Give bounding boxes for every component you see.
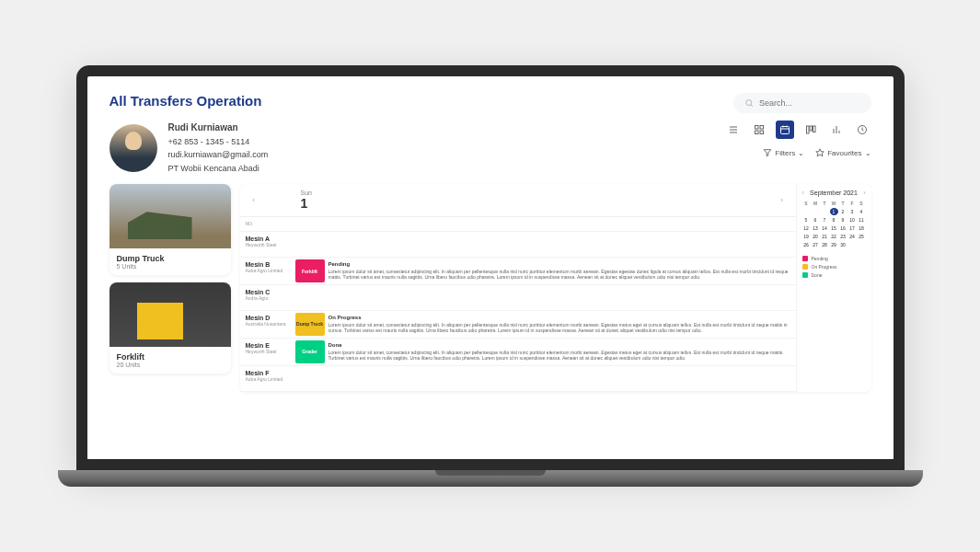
view-kanban-button[interactable] bbox=[801, 121, 820, 139]
schedule-row: Mesin E Heyworth Steel Grader Done Lorem… bbox=[240, 339, 796, 366]
filters-button[interactable]: Filters ⌄ bbox=[763, 148, 804, 157]
svg-rect-9 bbox=[780, 127, 789, 134]
calendar-day[interactable]: 15 bbox=[830, 224, 838, 232]
calendar-day[interactable]: 27 bbox=[812, 241, 820, 248]
profile-info: Rudi Kurniawan +62 853 - 1345 - 5114 rud… bbox=[168, 121, 269, 175]
calendar-day bbox=[858, 241, 866, 248]
favourites-label: Favourites bbox=[827, 149, 861, 157]
calendar-day[interactable]: 4 bbox=[858, 208, 866, 215]
calendar-day[interactable]: 16 bbox=[839, 224, 847, 232]
machine-name: Mesin D bbox=[246, 315, 290, 321]
calendar-day[interactable]: 24 bbox=[848, 233, 857, 240]
event[interactable]: Forklift Pending Lorem ipsum dolor sit a… bbox=[295, 258, 796, 284]
schedule-row: Mesin A Heyworth Steel bbox=[240, 232, 796, 258]
calendar-day[interactable]: 5 bbox=[802, 216, 811, 224]
legend-item: On Progress bbox=[802, 264, 866, 270]
calendar-day-header: S bbox=[858, 200, 866, 207]
calendar-day[interactable]: 26 bbox=[802, 241, 811, 248]
calendar-day-header: S bbox=[802, 200, 811, 207]
machine-sub: Aoba Agro Limited bbox=[246, 268, 290, 273]
filter-row: Filters ⌄ Favourites ⌄ bbox=[763, 148, 870, 157]
app: All Transfers Operation Rudi Kurniawan +… bbox=[87, 76, 894, 459]
calendar-day[interactable]: 11 bbox=[858, 216, 866, 224]
calendar-day[interactable]: 17 bbox=[848, 224, 857, 232]
calendar-day[interactable]: 9 bbox=[839, 216, 847, 224]
calendar-day[interactable]: 25 bbox=[858, 233, 866, 240]
calendar-day bbox=[802, 208, 811, 215]
mini-calendar-panel: ‹ September 2021 › SMTWTFS12345678910111… bbox=[796, 184, 871, 391]
card-subtitle: 20 Units bbox=[117, 362, 224, 368]
calendar-day[interactable]: 7 bbox=[821, 216, 829, 224]
equipment-card[interactable]: Dump Truck 5 Units bbox=[110, 184, 231, 275]
calendar-day[interactable]: 18 bbox=[858, 224, 866, 232]
laptop-frame: All Transfers Operation Rudi Kurniawan +… bbox=[76, 65, 905, 487]
calendar-day[interactable]: 6 bbox=[812, 216, 820, 224]
machine-name: Mesin E bbox=[246, 342, 290, 349]
filter-icon bbox=[763, 148, 772, 157]
calendar-icon bbox=[779, 124, 790, 135]
search-icon bbox=[744, 98, 754, 109]
calendar-day[interactable]: 21 bbox=[821, 233, 829, 240]
calendar-day[interactable]: 28 bbox=[821, 241, 829, 248]
svg-rect-8 bbox=[760, 131, 764, 134]
legend: PendingOn ProgressDone bbox=[802, 256, 866, 278]
calendar-day[interactable]: 20 bbox=[812, 233, 820, 240]
chevron-down-icon: ⌄ bbox=[865, 149, 871, 157]
calendar-day[interactable]: 22 bbox=[830, 233, 838, 240]
prev-day-button[interactable]: ‹ bbox=[248, 196, 260, 204]
calendar-day[interactable]: 8 bbox=[830, 216, 838, 224]
filters-label: Filters bbox=[775, 149, 795, 157]
profile: Rudi Kurniawan +62 853 - 1345 - 5114 rud… bbox=[110, 121, 269, 175]
schedule-header: ‹ Sun 1 › bbox=[240, 184, 796, 217]
profile-phone: +62 853 - 1345 - 5114 bbox=[168, 135, 269, 148]
legend-dot bbox=[802, 264, 808, 270]
clock-icon bbox=[857, 124, 868, 135]
event[interactable]: Grader Done Lorem ipsum dolor sit amet, … bbox=[295, 339, 796, 365]
calendar-day[interactable]: 14 bbox=[821, 224, 829, 232]
calendar-day[interactable]: 1 bbox=[830, 208, 838, 215]
machine-name: Mesin C bbox=[246, 289, 290, 295]
calendar-grid[interactable]: SMTWTFS123456789101112131415161718192021… bbox=[802, 200, 866, 248]
prev-month-button[interactable]: ‹ bbox=[802, 190, 804, 196]
legend-item: Done bbox=[802, 272, 866, 278]
search-input[interactable] bbox=[759, 98, 860, 108]
next-day-button[interactable]: › bbox=[776, 196, 789, 204]
screen: All Transfers Operation Rudi Kurniawan +… bbox=[76, 65, 905, 470]
card-image-truck bbox=[110, 184, 231, 248]
next-month-button[interactable]: › bbox=[863, 190, 865, 196]
equipment-card[interactable]: Forklift 20 Units bbox=[110, 282, 231, 374]
view-list-button[interactable] bbox=[724, 121, 743, 139]
view-grid-button[interactable] bbox=[750, 121, 768, 139]
event-title: Pending bbox=[329, 261, 792, 269]
calendar-day[interactable]: 23 bbox=[839, 233, 847, 240]
calendar-day[interactable]: 2 bbox=[839, 208, 847, 215]
calendar-day[interactable]: 29 bbox=[830, 241, 838, 248]
calendar-day-header: T bbox=[821, 200, 829, 207]
calendar-day bbox=[812, 208, 820, 215]
kanban-icon bbox=[805, 124, 816, 135]
main: Dump Truck 5 Units Forklift 20 Units bbox=[110, 184, 871, 391]
calendar-day[interactable]: 13 bbox=[812, 224, 820, 232]
view-activity-button[interactable] bbox=[853, 121, 871, 139]
cards-column: Dump Truck 5 Units Forklift 20 Units bbox=[110, 184, 231, 391]
view-calendar-button[interactable] bbox=[776, 121, 794, 139]
event-desc: Lorem ipsum dolor sit amet, consectetur … bbox=[329, 350, 792, 362]
view-chart-button[interactable] bbox=[827, 121, 846, 139]
event[interactable]: Dump Truck On Progress Lorem ipsum dolor… bbox=[295, 311, 796, 338]
machine-name: Mesin F bbox=[246, 370, 290, 376]
schedule-row: Mesin F Aoba Agro Limited bbox=[240, 366, 796, 392]
event-desc: Lorem ipsum dolor sit amet, consectetur … bbox=[329, 322, 792, 334]
calendar-day[interactable]: 19 bbox=[802, 233, 811, 240]
schedule-left: ‹ Sun 1 › NO. bbox=[240, 184, 796, 391]
favourites-button[interactable]: Favourites ⌄ bbox=[815, 148, 870, 157]
calendar-day[interactable]: 10 bbox=[848, 216, 857, 224]
calendar-day[interactable]: 3 bbox=[848, 208, 857, 215]
search-box[interactable] bbox=[733, 93, 871, 113]
calendar-day-header: F bbox=[848, 200, 857, 207]
card-subtitle: 5 Units bbox=[117, 263, 224, 270]
calendar-day[interactable]: 12 bbox=[802, 224, 811, 232]
schedule-panel: ‹ Sun 1 › NO. bbox=[240, 184, 871, 391]
calendar-day[interactable]: 30 bbox=[839, 241, 847, 248]
card-title: Dump Truck bbox=[117, 254, 224, 263]
legend-label: Done bbox=[812, 272, 823, 278]
